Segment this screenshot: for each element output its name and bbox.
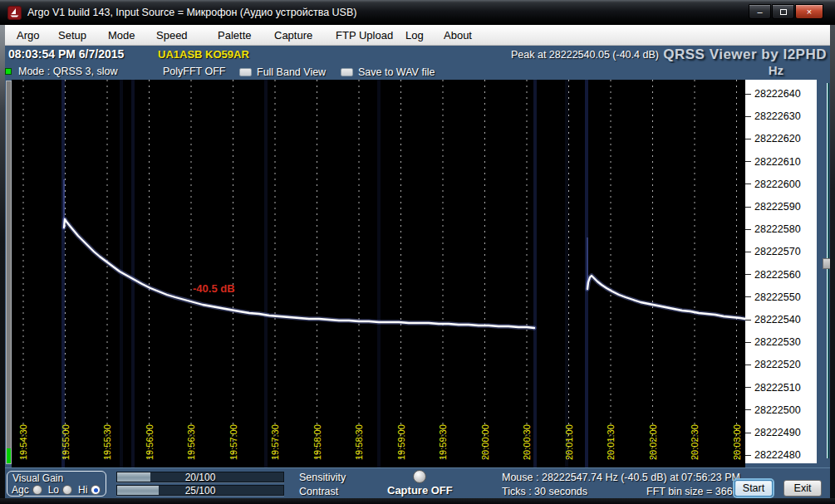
minimize-button[interactable]: –	[749, 4, 771, 19]
menu-item-ftp-upload[interactable]: FTP Upload	[331, 25, 398, 46]
frequency-scrollbar-track[interactable]	[827, 83, 829, 458]
info-bar: 08:03:54 PM 6/7/2015 UA1ASB KO59AR Peak …	[5, 46, 830, 63]
freq-tick-label: 28222570	[745, 246, 801, 257]
freq-tick-mark	[745, 183, 751, 184]
peak-readout: Peak at 28222540.05 (-40.4 dB)	[511, 49, 659, 61]
window-title: Argo V1 build 143, Input Source = Микроф…	[27, 7, 356, 18]
app-window: Argo V1 build 143, Input Source = Микроф…	[0, 0, 835, 504]
freq-tick-label: 28222540	[745, 314, 801, 325]
freq-tick-label: 28222590	[745, 201, 801, 213]
time-tick-label: 19:54:30	[18, 424, 28, 460]
sensitivity-label: Sensitivity	[299, 472, 346, 483]
freq-tick-mark	[745, 387, 751, 388]
time-tick-label: 19:59:00	[396, 424, 406, 460]
freq-tick-mark	[745, 296, 751, 297]
time-tick-label: 20:02:30	[690, 424, 700, 460]
freq-tick-label: 28222510	[745, 382, 801, 394]
argo-sailboat-icon	[7, 6, 22, 20]
time-tick-label: 20:00:00	[480, 424, 490, 460]
window-border-left	[0, 25, 5, 498]
ticks-readout: Ticks : 30 seconds	[502, 486, 587, 497]
contrast-slider[interactable]: 25/100	[116, 485, 284, 496]
freq-tick-mark	[745, 455, 751, 456]
freq-tick-mark	[745, 365, 751, 365]
radio-label-lo: Lo	[48, 484, 59, 496]
contrast-label: Contrast	[299, 486, 338, 497]
capture-led-button[interactable]	[413, 470, 426, 483]
visual-gain-radio-lo[interactable]	[62, 485, 72, 495]
signal-glow-band	[565, 80, 568, 467]
buffer-level-fill	[7, 448, 11, 463]
freq-tick-mark	[745, 274, 751, 275]
freq-tick-label: 28222640	[745, 88, 801, 100]
full-band-view-label: Full Band View	[257, 66, 326, 78]
app-brand: QRSS Viewer by I2PHD	[663, 46, 827, 63]
waterfall-plot: 19:54:3019:55:0019:55:3019:56:0019:56:30…	[12, 80, 745, 467]
save-wav-checkbox[interactable]	[341, 68, 353, 76]
save-wav-label: Save to WAV file	[358, 66, 435, 78]
window-border-bottom	[0, 498, 835, 504]
time-tick-label: 19:59:30	[438, 424, 448, 460]
time-tick-label: 19:57:30	[270, 424, 280, 460]
time-tick-label: 19:58:30	[354, 424, 364, 460]
running-led	[5, 68, 12, 75]
contrast-value: 25/100	[117, 485, 283, 497]
freq-tick-mark	[745, 207, 751, 208]
control-bar: Visual Gain AgcLoHi 20/100 25/100 Sensit…	[5, 467, 830, 498]
buffer-level-bar	[6, 81, 12, 464]
menu-item-speed[interactable]: Speed	[151, 25, 193, 46]
waterfall-display[interactable]: 19:54:3019:55:0019:55:3019:56:0019:56:30…	[12, 80, 745, 467]
start-button[interactable]: Start	[734, 480, 773, 497]
menu-item-palette[interactable]: Palette	[213, 25, 256, 46]
time-tick-label: 19:55:30	[102, 424, 112, 460]
freq-tick-label: 28222560	[745, 269, 801, 281]
time-tick-label: 19:57:00	[228, 424, 238, 460]
status-row: Mode : QRSS 3, slow PolyFFT OFF Full Ban…	[5, 63, 830, 80]
signal-glow-band	[61, 80, 65, 467]
freq-tick-label: 28222600	[745, 179, 801, 190]
freq-tick-label: 28222490	[745, 427, 801, 438]
freq-tick-label: 28222550	[745, 291, 801, 303]
sensitivity-slider[interactable]: 20/100	[116, 472, 284, 482]
freq-tick-label: 28222530	[745, 336, 801, 348]
time-tick-label: 19:58:00	[312, 424, 322, 460]
sensitivity-value: 20/100	[117, 472, 283, 483]
time-tick-label: 19:55:00	[61, 424, 71, 460]
full-band-view-checkbox[interactable]	[239, 68, 252, 76]
title-bar[interactable]: Argo V1 build 143, Input Source = Микроф…	[0, 0, 835, 25]
maximize-button[interactable]	[772, 4, 794, 19]
visual-gain-label: Visual Gain	[12, 472, 63, 484]
visual-gain-radio-agc[interactable]	[32, 485, 42, 495]
menu-item-capture[interactable]: Capture	[269, 25, 317, 46]
exit-button[interactable]: Exit	[783, 480, 822, 497]
time-tick-label: 20:01:00	[564, 424, 574, 460]
signal-glow-band	[377, 80, 381, 467]
menu-item-mode[interactable]: Mode	[103, 25, 140, 46]
freq-tick-label: 28222610	[745, 156, 801, 168]
menu-item-setup[interactable]: Setup	[53, 25, 91, 46]
time-tick-label: 19:56:00	[145, 424, 155, 460]
freq-tick-mark	[745, 94, 751, 95]
freq-tick-label: 28222500	[745, 404, 801, 416]
freq-tick-label: 28222620	[745, 133, 801, 144]
clock-date: 08:03:54 PM 6/7/2015	[8, 47, 124, 61]
freq-tick-label: 28222480	[745, 449, 801, 461]
close-button[interactable]: ×	[795, 4, 823, 19]
time-tick-label: 20:03:00	[732, 424, 742, 460]
polyfft-toggle[interactable]: PolyFFT OFF	[163, 66, 225, 77]
time-tick-label: 20:01:30	[606, 424, 616, 460]
visual-gain-radios: AgcLoHi	[12, 484, 106, 496]
main-area: 19:54:3019:55:0019:55:3019:56:0019:56:30…	[5, 80, 830, 467]
visual-gain-radio-hi[interactable]	[91, 485, 101, 495]
freq-tick-mark	[745, 409, 751, 410]
menu-item-about[interactable]: About	[439, 25, 477, 46]
radio-label-agc: Agc	[12, 484, 29, 496]
save-wav-option: Save to WAV file	[341, 66, 435, 78]
signal-glow-band	[264, 80, 268, 467]
menu-item-log[interactable]: Log	[400, 25, 429, 46]
window-border-right	[830, 25, 835, 498]
freq-tick-label: 28222630	[745, 110, 801, 122]
menu-item-argo[interactable]: Argo	[12, 25, 44, 46]
freq-tick-mark	[745, 342, 751, 343]
time-tick-label: 20:00:30	[522, 424, 532, 460]
